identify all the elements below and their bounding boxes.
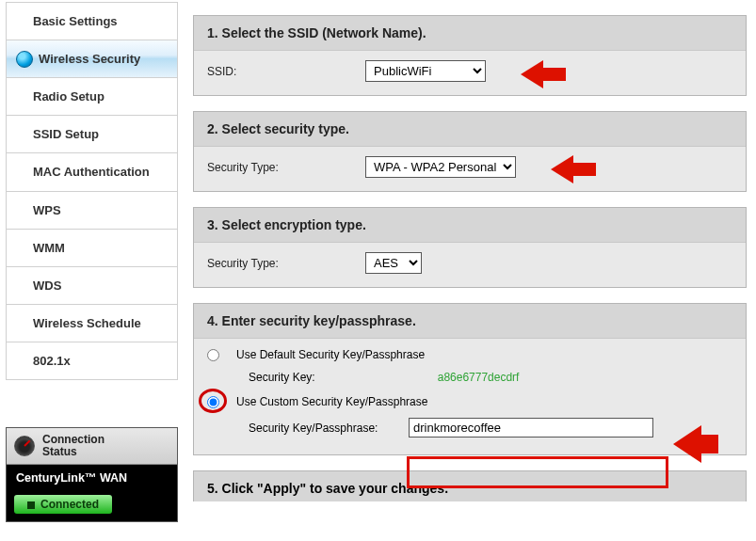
nav-wmm[interactable]: WMM xyxy=(7,230,177,267)
sec-type-select[interactable]: WPA - WPA2 Personal xyxy=(365,156,516,178)
nav-wireless-security[interactable]: Wireless Security xyxy=(7,40,177,78)
section-key-head: 4. Enter security key/passphrase. xyxy=(194,304,746,338)
radio-custom-label: Use Custom Security Key/Passphrase xyxy=(236,395,427,408)
ssid-label: SSID: xyxy=(207,65,348,78)
nav-mac-auth[interactable]: MAC Authentication xyxy=(7,153,177,192)
nav-radio-setup[interactable]: Radio Setup xyxy=(7,78,177,116)
section-enc-type: 3. Select encryption type. Security Type… xyxy=(193,207,747,288)
default-key-value: a86e6777decdrf xyxy=(438,371,520,384)
wan-label: CenturyLink™ WAN xyxy=(7,465,177,491)
nav-8021x[interactable]: 802.1x xyxy=(7,342,177,379)
connection-status-header: Connection Status xyxy=(7,428,177,465)
radio-default-label: Use Default Security Key/Passphrase xyxy=(236,348,425,361)
sidebar: Basic Settings Wireless Security Radio S… xyxy=(0,0,184,541)
status-badge: Connected xyxy=(14,495,112,514)
ssid-select[interactable]: PublicWiFi xyxy=(365,60,486,82)
section-key: 4. Enter security key/passphrase. Use De… xyxy=(193,303,747,455)
sec-type-label: Security Type: xyxy=(207,161,348,174)
section-enc-type-head: 3. Select encryption type. xyxy=(194,208,746,242)
annotation-arrow-sectype xyxy=(551,155,596,183)
main-content: 1. Select the SSID (Network Name). SSID:… xyxy=(184,0,756,541)
enc-type-label: Security Type: xyxy=(207,257,348,270)
passphrase-input[interactable] xyxy=(409,418,653,438)
nav-wireless-schedule[interactable]: Wireless Schedule xyxy=(7,305,177,342)
custom-key-label: Security Key/Passphrase: xyxy=(249,422,390,435)
section-apply: 5. Click "Apply" to save your changes. xyxy=(193,470,747,501)
connection-status-panel: Connection Status CenturyLink™ WAN Conne… xyxy=(6,427,178,522)
nav-wds[interactable]: WDS xyxy=(7,267,177,305)
default-key-label: Security Key: xyxy=(249,371,315,384)
nav-wps[interactable]: WPS xyxy=(7,192,177,230)
section-sec-type-head: 2. Select security type. xyxy=(194,112,746,146)
gauge-icon xyxy=(14,436,35,456)
section-sec-type: 2. Select security type. Security Type: … xyxy=(193,111,747,192)
nav-basic-settings[interactable]: Basic Settings xyxy=(7,3,177,40)
radio-custom-key[interactable] xyxy=(207,396,219,408)
nav-ssid-setup[interactable]: SSID Setup xyxy=(7,116,177,153)
connection-title: Connection Status xyxy=(42,434,105,458)
enc-type-select[interactable]: AES xyxy=(365,252,422,274)
section-ssid: 1. Select the SSID (Network Name). SSID:… xyxy=(193,15,747,96)
radio-default-key[interactable] xyxy=(207,349,219,361)
section-ssid-head: 1. Select the SSID (Network Name). xyxy=(194,16,746,50)
annotation-arrow-pass xyxy=(673,425,718,453)
annotation-arrow-ssid xyxy=(521,60,566,88)
nav-menu: Basic Settings Wireless Security Radio S… xyxy=(6,2,178,380)
